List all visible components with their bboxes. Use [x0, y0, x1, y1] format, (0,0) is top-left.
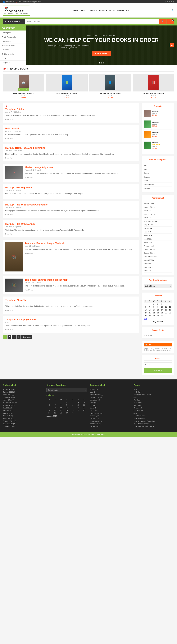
- cat-uncategorized[interactable]: Uncategorized: [144, 184, 154, 186]
- f-archive-oct-2010[interactable]: October 2010 (9): [3, 396, 15, 398]
- search-button[interactable]: 🔍: [159, 19, 166, 24]
- archive-jan-2010[interactable]: January 2010 ▸: [144, 249, 155, 250]
- linkedin-icon[interactable]: li: [171, 1, 172, 3]
- archive-aug-2010[interactable]: August 2010 ▸: [144, 224, 154, 226]
- f-page-shop[interactable]: Shop: [133, 412, 137, 414]
- f-cat-buying[interactable]: buying (1): [90, 402, 97, 404]
- archive-jul-2010[interactable]: July 2010 ▸: [144, 228, 152, 229]
- post-title[interactable]: Template: More Tag: [5, 299, 136, 302]
- archive-aug-2009[interactable]: August 2009 ▸: [144, 259, 154, 261]
- archive-oct-2009[interactable]: October 2009 ▸: [144, 252, 155, 254]
- read-more-link[interactable]: Read More: [5, 233, 13, 235]
- archive-oct-2010[interactable]: October 2010 ▸: [144, 213, 155, 215]
- cart-button[interactable]: 🛒 0: [167, 19, 174, 24]
- page-3-button[interactable]: 3: [12, 335, 16, 339]
- archive-apr-2010[interactable]: April 2010 ▸: [144, 238, 152, 240]
- f-archive-mar-2011b[interactable]: March 2011 (1): [3, 399, 14, 401]
- sidebar-search-input[interactable]: [144, 362, 172, 367]
- post-title[interactable]: Hello world!: [5, 127, 136, 130]
- cat-shoes[interactable]: shoes: [144, 180, 148, 182]
- f-archive-jun-2010[interactable]: June 2010 (3): [3, 410, 13, 412]
- post-title[interactable]: Template: Featured Image (Vertical): [25, 242, 133, 245]
- f-archive-jul-2010[interactable]: July 2010 (3): [3, 407, 12, 409]
- archive-jun-2010[interactable]: June 2010 ▸: [144, 231, 152, 233]
- category-dropdown[interactable]: ALL CATEGORY ▼: [3, 19, 25, 24]
- cat-watches[interactable]: Watches: [144, 188, 150, 189]
- rss-button[interactable]: 📡 RSS: [144, 343, 172, 346]
- f-archive-mar-2010[interactable]: March 2010 (1): [3, 418, 14, 419]
- read-more-link[interactable]: Read More: [5, 329, 13, 330]
- f-cat-aciform[interactable]: aciform (1): [90, 388, 98, 390]
- cat-comics[interactable]: Comics: [0, 56, 26, 60]
- hero-dot-3[interactable]: [103, 62, 104, 64]
- recent-post-link[interactable]: Hello world!: [144, 334, 152, 336]
- f-archive-jan-2010[interactable]: January 2010 (2): [3, 423, 15, 425]
- nav-contact[interactable]: CONTACT US: [117, 10, 129, 12]
- f-page-markup[interactable]: Page Markup And Formatting: [133, 420, 154, 422]
- f-cat-disaffection[interactable]: disaffection (1): [90, 423, 101, 425]
- f-page-free-theme[interactable]: Free WordPress Theme: [133, 394, 151, 396]
- archive-jun-2008[interactable]: June 2008 ▸: [144, 266, 152, 268]
- f-page-cart[interactable]: Cart: [133, 396, 137, 398]
- post-title[interactable]: Markup: HTML Tags and Formatting: [5, 147, 136, 149]
- archive-mar-2011[interactable]: March 2011 ▸: [144, 217, 153, 218]
- f-cat-championship[interactable]: championship (1): [90, 412, 102, 414]
- cat-computers[interactable]: Computers: [0, 60, 26, 65]
- f-cat-clerkship[interactable]: clerkship (1): [90, 418, 99, 419]
- hero-next-arrow[interactable]: ▶: [170, 43, 174, 48]
- archive-sep-2010[interactable]: September 2010 ▸: [144, 220, 157, 222]
- archive-sep-2008[interactable]: September 2008 ▸: [144, 256, 157, 258]
- f-page-front[interactable]: Front Page: [133, 402, 141, 404]
- cat-childrens[interactable]: Children's Books: [0, 52, 26, 56]
- nav-book[interactable]: BOOK ▾: [90, 10, 97, 12]
- cat-goggles[interactable]: Goggles: [144, 176, 150, 178]
- search-input[interactable]: [25, 19, 159, 24]
- cat-clothes[interactable]: Clothes: [144, 172, 149, 174]
- page-4-button[interactable]: 4: [17, 335, 21, 339]
- f-cat-disinclination[interactable]: disinclination (1): [90, 420, 102, 422]
- post-title[interactable]: Markup: Text Alignment: [5, 186, 136, 189]
- f-archive-aug-2018[interactable]: August 2018 (1): [3, 388, 15, 390]
- f-archive-jan-2013[interactable]: January 2013 (6): [3, 391, 15, 393]
- cat-arts[interactable]: Arts & Photography: [0, 35, 26, 39]
- page-1-button[interactable]: 1: [3, 335, 7, 339]
- post-title[interactable]: Markup: Image Alignment: [25, 166, 119, 169]
- read-more-link[interactable]: Read More: [5, 309, 13, 311]
- f-archive-apr-2010[interactable]: April 2010 (3): [3, 415, 13, 417]
- page-2-button[interactable]: 2: [8, 335, 12, 339]
- post-title[interactable]: Markup: Title With Markup: [5, 223, 136, 225]
- hero-dot-1[interactable]: [99, 62, 100, 64]
- read-more-link[interactable]: Read More: [5, 138, 13, 140]
- f-archive-feb-2010[interactable]: February 2010 (3): [3, 420, 16, 422]
- footer-archives-dropdown[interactable]: Select Month: [47, 388, 87, 392]
- nav-about[interactable]: ABOUT: [81, 10, 87, 12]
- f-cat-chicanery[interactable]: chicanery (1): [90, 415, 99, 417]
- post-title[interactable]: Template: Featured Image (Horizontal): [25, 278, 124, 281]
- archive-jul-2009[interactable]: July 2009 ▸: [144, 263, 152, 264]
- add-to-cart-button[interactable]: ADD TO CART: [18, 88, 29, 91]
- f-archive-sep-2010[interactable]: September 2010 (2): [3, 402, 18, 404]
- f-page-home[interactable]: Home Page: [133, 404, 142, 406]
- sidebar-search-button[interactable]: SEARCH: [144, 368, 172, 373]
- help-link[interactable]: ❓ Help: [16, 1, 22, 3]
- f-cat-arrangement[interactable]: arrangement (1): [90, 396, 102, 398]
- f-archive-oct-2009[interactable]: October 2009 (2): [3, 426, 15, 427]
- archive-jan-2012[interactable]: January 2012 ▸: [144, 206, 155, 208]
- nav-pages[interactable]: PAGES ▾: [99, 10, 107, 12]
- archive-mar-2012[interactable]: March 2012 ▸: [144, 210, 153, 212]
- archive-feb-2010[interactable]: February 2010 ▸: [144, 245, 156, 247]
- read-more-link[interactable]: Read More: [5, 157, 13, 159]
- nav-blog[interactable]: BLOG: [109, 10, 115, 12]
- hero-read-more-button[interactable]: READ MORE: [92, 51, 111, 56]
- archives-dropdown-select[interactable]: Select Month: [144, 284, 172, 288]
- instagram-icon[interactable]: in: [169, 1, 170, 3]
- f-cat-dispatch[interactable]: dispatch (1): [90, 426, 98, 427]
- email-link[interactable]: ✉ Bookstore@gmail.com: [23, 1, 42, 3]
- f-page-bookstore[interactable]: Book Store: [133, 391, 141, 393]
- f-page-checkout[interactable]: Checkout: [133, 399, 140, 401]
- f-page-blog[interactable]: Blog: [133, 388, 137, 390]
- read-more-link[interactable]: Read More: [25, 176, 33, 178]
- post-title[interactable]: Markup: Title With Special Characters: [5, 204, 136, 206]
- f-archive-aug-2010[interactable]: August 2010 (3): [3, 404, 15, 406]
- my-account-link[interactable]: 👤 My Account: [3, 1, 14, 3]
